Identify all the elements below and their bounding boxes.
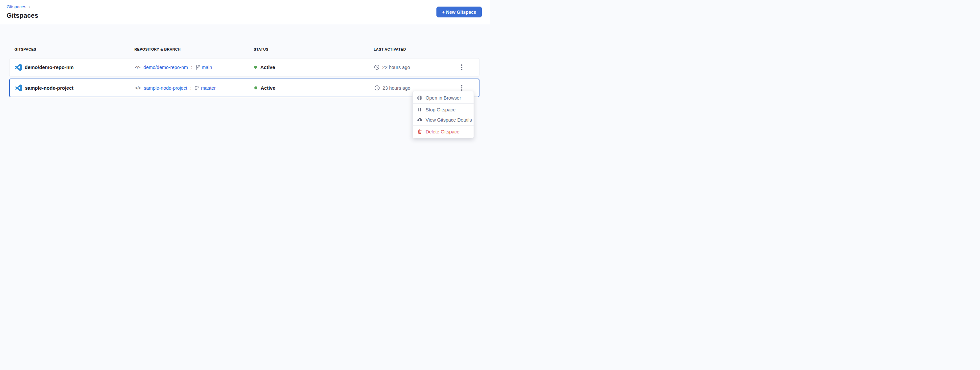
menu-item-open-in-browser[interactable]: Open in Browser bbox=[413, 93, 474, 103]
status-active-dot bbox=[254, 66, 257, 69]
menu-item-label: Delete Gitspace bbox=[426, 129, 460, 134]
row-actions-context-menu: Open in Browser Stop Gitspace View Gitsp… bbox=[412, 91, 474, 138]
breadcrumb: Gitspaces › bbox=[6, 4, 30, 9]
status-cell: Active bbox=[255, 85, 374, 91]
git-branch-icon bbox=[195, 65, 200, 70]
git-branch-icon bbox=[194, 86, 200, 91]
column-header-gitspaces: GITSPACES bbox=[14, 47, 134, 51]
column-header-status: STATUS bbox=[254, 47, 374, 51]
table-header-row: GITSPACES REPOSITORY & BRANCH STATUS LAS… bbox=[9, 47, 479, 51]
gitspace-name: sample-node-project bbox=[25, 85, 74, 91]
status-text: Active bbox=[260, 64, 275, 70]
colon-separator: : bbox=[190, 86, 192, 91]
gitspace-name: demo/demo-repo-nm bbox=[25, 64, 74, 70]
last-activated-text: 22 hours ago bbox=[382, 65, 410, 70]
repository-branch-cell: </> demo/demo-repo-nm : main bbox=[135, 65, 254, 70]
colon-separator: : bbox=[191, 65, 192, 70]
gitspace-name-cell: demo/demo-repo-nm bbox=[15, 64, 135, 71]
last-activated-text: 23 hours ago bbox=[383, 86, 410, 91]
clock-icon bbox=[374, 64, 380, 70]
status-text: Active bbox=[261, 85, 275, 91]
pause-icon bbox=[417, 107, 422, 113]
branch-link[interactable]: main bbox=[202, 65, 212, 70]
last-activated-cell: 23 hours ago bbox=[374, 85, 450, 91]
branch-link[interactable]: master bbox=[201, 86, 216, 91]
repository-link[interactable]: sample-node-project bbox=[144, 86, 187, 91]
trash-icon bbox=[417, 129, 422, 134]
menu-item-delete-gitspace[interactable]: Delete Gitspace bbox=[413, 127, 474, 137]
menu-divider bbox=[413, 103, 474, 104]
vscode-icon bbox=[15, 84, 22, 91]
cloud-icon bbox=[417, 117, 422, 122]
menu-item-stop-gitspace[interactable]: Stop Gitspace bbox=[413, 105, 474, 115]
new-gitspace-button[interactable]: + New Gitspace bbox=[436, 6, 482, 17]
kebab-icon bbox=[461, 64, 462, 66]
kebab-icon bbox=[461, 85, 462, 86]
column-header-last-activated: LAST ACTIVATED bbox=[374, 47, 449, 51]
vscode-icon bbox=[15, 64, 22, 71]
breadcrumb-link-gitspaces[interactable]: Gitspaces bbox=[6, 4, 26, 9]
menu-item-label: Stop Gitspace bbox=[426, 107, 455, 113]
menu-item-label: Open in Browser bbox=[426, 95, 461, 100]
app-header: Gitspaces › Gitspaces + New Gitspace bbox=[0, 0, 490, 24]
menu-item-view-gitspace-details[interactable]: View Gitspace Details bbox=[413, 115, 474, 125]
menu-item-label: View Gitspace Details bbox=[426, 117, 472, 122]
page-title: Gitspaces bbox=[6, 12, 38, 19]
gitspace-name-cell: sample-node-project bbox=[15, 84, 135, 91]
table-row[interactable]: demo/demo-repo-nm </> demo/demo-repo-nm … bbox=[9, 58, 479, 76]
breadcrumb-separator-icon: › bbox=[29, 4, 30, 9]
clock-icon bbox=[374, 85, 380, 91]
globe-icon bbox=[417, 95, 422, 100]
code-icon: </> bbox=[135, 86, 141, 91]
table-row-selected[interactable]: sample-node-project </> sample-node-proj… bbox=[9, 79, 479, 97]
repository-branch-cell: </> sample-node-project : master bbox=[135, 86, 255, 91]
column-header-repository-branch: REPOSITORY & BRANCH bbox=[134, 47, 254, 51]
code-icon: </> bbox=[135, 65, 140, 70]
repository-link[interactable]: demo/demo-repo-nm bbox=[144, 65, 188, 70]
status-cell: Active bbox=[254, 64, 374, 70]
status-active-dot bbox=[255, 86, 257, 89]
menu-divider bbox=[413, 125, 474, 126]
last-activated-cell: 22 hours ago bbox=[374, 64, 450, 70]
row-actions-menu-button[interactable] bbox=[458, 62, 465, 72]
